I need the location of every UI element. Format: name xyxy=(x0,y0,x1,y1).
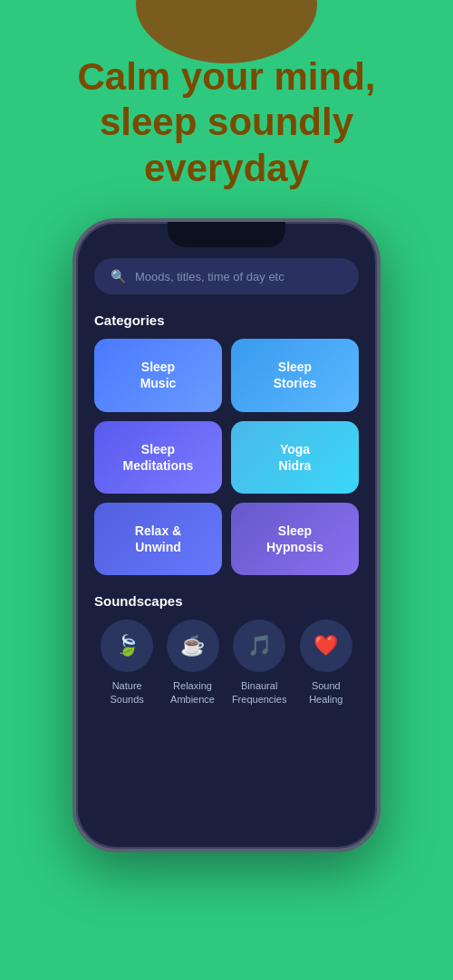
category-sleep-stories[interactable]: SleepStories xyxy=(231,339,359,411)
soundscape-relaxing-ambience[interactable]: ☕ RelaxingAmbience xyxy=(167,620,219,706)
nature-sounds-label: NatureSounds xyxy=(111,679,144,706)
category-sleep-meditations[interactable]: SleepMeditations xyxy=(94,421,222,494)
category-yoga-nidra-label: YogaNidra xyxy=(279,441,312,474)
soundscapes-label: Soundscapes xyxy=(94,593,359,609)
binaural-frequencies-label: BinauralFrequencies xyxy=(232,679,287,706)
nature-sounds-icon: 🍃 xyxy=(101,620,153,672)
soundscape-binaural-frequencies[interactable]: 🎵 BinauralFrequencies xyxy=(232,620,287,706)
category-sleep-hypnosis[interactable]: SleepHypnosis xyxy=(231,503,359,575)
soundscape-sound-healing[interactable]: ❤️ SoundHealing xyxy=(300,620,352,706)
category-sleep-music[interactable]: SleepMusic xyxy=(94,339,222,411)
hero-section: Calm your mind, sleep soundly everyday xyxy=(0,0,453,218)
search-bar[interactable]: 🔍 Moods, titles, time of day etc xyxy=(94,258,359,294)
soundscapes-row: 🍃 NatureSounds ☕ RelaxingAmbience 🎵 Bina… xyxy=(94,620,359,706)
binaural-frequencies-icon: 🎵 xyxy=(233,620,285,672)
category-sleep-music-label: SleepMusic xyxy=(140,359,177,391)
relaxing-ambience-label: RelaxingAmbience xyxy=(170,679,215,706)
phone-button-left-1 xyxy=(72,312,74,338)
phone-button-left-2 xyxy=(72,349,74,389)
hero-title: Calm your mind, sleep soundly everyday xyxy=(36,54,417,191)
category-sleep-hypnosis-label: SleepHypnosis xyxy=(266,523,323,555)
categories-label: Categories xyxy=(94,312,359,328)
relaxing-ambience-icon: ☕ xyxy=(167,620,219,672)
soundscape-nature-sounds[interactable]: 🍃 NatureSounds xyxy=(101,620,153,706)
category-yoga-nidra[interactable]: YogaNidra xyxy=(231,421,359,494)
category-relax-unwind-label: Relax &Unwind xyxy=(135,523,181,555)
soundscapes-section: Soundscapes 🍃 NatureSounds ☕ RelaxingAmb… xyxy=(94,593,359,706)
phone-button-right xyxy=(379,331,381,385)
sound-healing-label: SoundHealing xyxy=(309,679,342,706)
categories-grid: SleepMusic SleepStories SleepMeditations… xyxy=(94,339,359,575)
phone-wrapper: 🔍 Moods, titles, time of day etc Categor… xyxy=(0,218,453,852)
category-relax-unwind[interactable]: Relax &Unwind xyxy=(94,503,222,575)
phone-notch xyxy=(168,222,285,247)
category-sleep-meditations-label: SleepMeditations xyxy=(123,441,194,474)
phone-button-left-3 xyxy=(72,399,74,439)
search-icon: 🔍 xyxy=(111,269,126,283)
category-sleep-stories-label: SleepStories xyxy=(274,359,316,391)
phone-frame: 🔍 Moods, titles, time of day etc Categor… xyxy=(72,218,381,852)
search-placeholder-text: Moods, titles, time of day etc xyxy=(135,270,284,283)
sound-healing-icon: ❤️ xyxy=(300,620,352,672)
phone-screen: 🔍 Moods, titles, time of day etc Categor… xyxy=(76,222,377,849)
